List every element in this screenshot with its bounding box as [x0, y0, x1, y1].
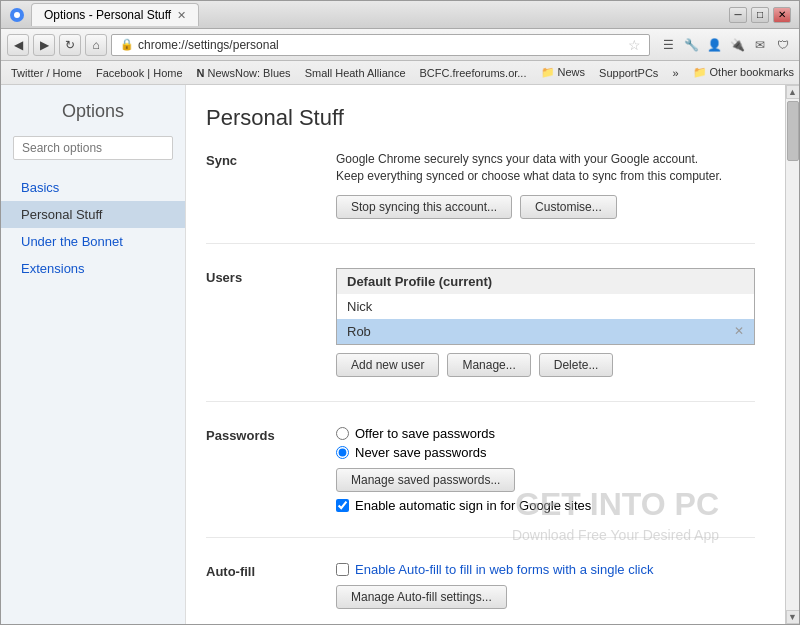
- bookmarks-bar: Twitter / Home Facebook | Home N NewsNow…: [1, 61, 799, 85]
- sync-section: Sync Google Chrome securely syncs your d…: [206, 151, 755, 244]
- passwords-radio-group: Offer to save passwords Never save passw…: [336, 426, 755, 460]
- sidebar-item-basics[interactable]: Basics: [1, 174, 185, 201]
- wrench-icon[interactable]: 🔧: [681, 35, 701, 55]
- sidebar-title: Options: [1, 101, 185, 122]
- back-button[interactable]: ◀: [7, 34, 29, 56]
- minimize-button[interactable]: ─: [729, 7, 747, 23]
- close-button[interactable]: ✕: [773, 7, 791, 23]
- reload-button[interactable]: ↻: [59, 34, 81, 56]
- sidebar-item-under-bonnet[interactable]: Under the Bonnet: [1, 228, 185, 255]
- autofill-button-row: Manage Auto-fill settings...: [336, 585, 755, 609]
- scroll-down-arrow[interactable]: ▼: [786, 610, 800, 624]
- bookmark-bcfc[interactable]: BCFC.freeforums.or...: [416, 65, 531, 81]
- user-rob-row: Rob ✕: [347, 324, 744, 339]
- bookmark-facebook[interactable]: Facebook | Home: [92, 65, 187, 81]
- auto-signin-option: Enable automatic sign in for Google site…: [336, 498, 755, 513]
- user-delete-icon[interactable]: ✕: [734, 324, 744, 338]
- sync-buttons: Stop syncing this account... Customise..…: [336, 195, 755, 219]
- bookmarks-more[interactable]: »: [668, 65, 682, 81]
- user-name-nick: Nick: [347, 299, 372, 314]
- bookmark-news[interactable]: 📁 News: [537, 64, 590, 81]
- nav-icons: ☰ 🔧 👤 🔌 ✉ 🛡: [658, 35, 793, 55]
- auto-signin-label: Enable automatic sign in for Google site…: [355, 498, 591, 513]
- passwords-content: Offer to save passwords Never save passw…: [336, 426, 755, 513]
- passwords-label: Passwords: [206, 426, 336, 513]
- user-item-default[interactable]: Default Profile (current): [337, 269, 754, 294]
- manage-autofill-button[interactable]: Manage Auto-fill settings...: [336, 585, 507, 609]
- bookmark-twitter[interactable]: Twitter / Home: [7, 65, 86, 81]
- page-title: Personal Stuff: [206, 105, 755, 131]
- auto-signin-checkbox[interactable]: [336, 499, 349, 512]
- offer-save-radio[interactable]: [336, 427, 349, 440]
- tab-close-icon[interactable]: ✕: [177, 9, 186, 22]
- offer-save-option: Offer to save passwords: [336, 426, 755, 441]
- extensions-icon[interactable]: 🔌: [727, 35, 747, 55]
- users-list: Default Profile (current) Nick Rob ✕: [336, 268, 755, 345]
- nav-bar: ◀ ▶ ↻ ⌂ 🔒 ☆ ☰ 🔧 👤 🔌 ✉ 🛡: [1, 29, 799, 61]
- autofill-content: Enable Auto-fill to fill in web forms wi…: [336, 562, 755, 609]
- search-options-container: [13, 136, 173, 160]
- svg-point-1: [14, 12, 20, 18]
- sidebar-item-personal-stuff[interactable]: Personal Stuff: [1, 201, 185, 228]
- sync-desc-line2: Keep everything synced or choose what da…: [336, 168, 755, 185]
- manage-passwords-button[interactable]: Manage saved passwords...: [336, 468, 515, 492]
- browser-tab[interactable]: Options - Personal Stuff ✕: [31, 3, 199, 26]
- user-name-default: Default Profile (current): [347, 274, 492, 289]
- scroll-up-arrow[interactable]: ▲: [786, 85, 800, 99]
- shield-icon[interactable]: 🛡: [773, 35, 793, 55]
- autofill-checkbox-label: Enable Auto-fill to fill in web forms wi…: [355, 562, 653, 577]
- add-new-user-button[interactable]: Add new user: [336, 353, 439, 377]
- tab-label: Options - Personal Stuff: [44, 8, 171, 22]
- users-content: Default Profile (current) Nick Rob ✕: [336, 268, 755, 377]
- manage-users-button[interactable]: Manage...: [447, 353, 530, 377]
- user-item-rob[interactable]: Rob ✕: [337, 319, 754, 344]
- window-controls: ─ □ ✕: [729, 7, 791, 23]
- maximize-button[interactable]: □: [751, 7, 769, 23]
- sync-content: Google Chrome securely syncs your data w…: [336, 151, 755, 219]
- sync-description: Google Chrome securely syncs your data w…: [336, 151, 755, 185]
- autofill-checkbox-row: Enable Auto-fill to fill in web forms wi…: [336, 562, 755, 577]
- user-name-rob: Rob: [347, 324, 371, 339]
- bookmark-newsnow[interactable]: N NewsNow: Blues: [193, 65, 295, 81]
- autofill-section: Auto-fill Enable Auto-fill to fill in we…: [206, 562, 755, 624]
- search-options-input[interactable]: [13, 136, 173, 160]
- bookmark-heath[interactable]: Small Heath Alliance: [301, 65, 410, 81]
- never-save-radio[interactable]: [336, 446, 349, 459]
- delete-user-button[interactable]: Delete...: [539, 353, 614, 377]
- bookmark-other[interactable]: 📁 Other bookmarks: [689, 64, 798, 81]
- browser-window: Options - Personal Stuff ✕ ─ □ ✕ ◀ ▶ ↻ ⌂…: [0, 0, 800, 625]
- address-input[interactable]: [138, 38, 624, 52]
- mail-icon[interactable]: ✉: [750, 35, 770, 55]
- autofill-checkbox[interactable]: [336, 563, 349, 576]
- scroll-thumb[interactable]: [787, 101, 799, 161]
- never-save-label: Never save passwords: [355, 445, 487, 460]
- passwords-manage-row: Manage saved passwords...: [336, 468, 755, 492]
- never-save-option: Never save passwords: [336, 445, 755, 460]
- offer-save-label: Offer to save passwords: [355, 426, 495, 441]
- content-area: Personal Stuff Sync Google Chrome secure…: [186, 85, 785, 624]
- users-label: Users: [206, 268, 336, 377]
- chrome-icon: [9, 7, 25, 23]
- user-item-nick[interactable]: Nick: [337, 294, 754, 319]
- sidebar-item-extensions[interactable]: Extensions: [1, 255, 185, 282]
- sync-label: Sync: [206, 151, 336, 219]
- sync-desc-line1: Google Chrome securely syncs your data w…: [336, 151, 755, 168]
- users-section: Users Default Profile (current) Nick: [206, 268, 755, 402]
- home-button[interactable]: ⌂: [85, 34, 107, 56]
- passwords-section: Passwords Offer to save passwords Never …: [206, 426, 755, 538]
- sidebar: Options Basics Personal Stuff Under the …: [1, 85, 186, 624]
- user-icon[interactable]: 👤: [704, 35, 724, 55]
- bookmark-star-icon[interactable]: ☆: [628, 37, 641, 53]
- content-wrapper: Options Basics Personal Stuff Under the …: [1, 85, 799, 624]
- main-content: Options Basics Personal Stuff Under the …: [1, 85, 799, 624]
- title-bar: Options - Personal Stuff ✕ ─ □ ✕: [1, 1, 799, 29]
- autofill-label: Auto-fill: [206, 562, 336, 609]
- forward-button[interactable]: ▶: [33, 34, 55, 56]
- bookmark-support[interactable]: SupportPCs: [595, 65, 662, 81]
- stop-syncing-button[interactable]: Stop syncing this account...: [336, 195, 512, 219]
- address-bar[interactable]: 🔒 ☆: [111, 34, 650, 56]
- page-icon[interactable]: ☰: [658, 35, 678, 55]
- users-buttons: Add new user Manage... Delete...: [336, 353, 755, 377]
- address-icon: 🔒: [120, 38, 134, 51]
- customise-button[interactable]: Customise...: [520, 195, 617, 219]
